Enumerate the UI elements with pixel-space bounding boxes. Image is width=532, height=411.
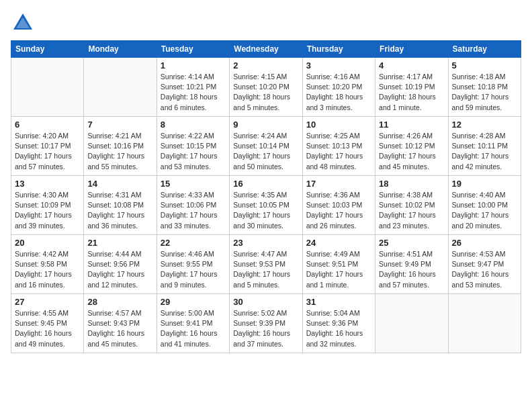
calendar-day: 23Sunrise: 4:47 AM Sunset: 9:53 PM Dayli… <box>230 235 302 294</box>
day-detail: Sunrise: 4:20 AM Sunset: 10:17 PM Daylig… <box>15 131 80 172</box>
day-number: 5 <box>452 60 517 71</box>
day-number: 3 <box>306 60 371 71</box>
calendar-day: 7Sunrise: 4:21 AM Sunset: 10:16 PM Dayli… <box>84 117 157 176</box>
calendar-day: 3Sunrise: 4:16 AM Sunset: 10:20 PM Dayli… <box>302 58 375 117</box>
weekday-header-thursday: Thursday <box>302 41 375 58</box>
calendar-day: 18Sunrise: 4:38 AM Sunset: 10:02 PM Dayl… <box>375 176 448 235</box>
calendar-day: 21Sunrise: 4:44 AM Sunset: 9:56 PM Dayli… <box>84 235 157 294</box>
day-number: 24 <box>306 238 371 248</box>
logo <box>11 11 38 35</box>
calendar-day: 1Sunrise: 4:14 AM Sunset: 10:21 PM Dayli… <box>157 58 229 117</box>
page-header <box>11 11 521 35</box>
day-detail: Sunrise: 4:57 AM Sunset: 9:43 PM Dayligh… <box>87 308 152 349</box>
day-number: 10 <box>306 120 371 130</box>
calendar-day: 31Sunrise: 5:04 AM Sunset: 9:36 PM Dayli… <box>302 294 375 353</box>
day-detail: Sunrise: 4:49 AM Sunset: 9:51 PM Dayligh… <box>306 249 371 290</box>
day-number: 25 <box>379 238 444 248</box>
logo-icon <box>11 11 35 35</box>
calendar-day <box>448 294 521 353</box>
day-detail: Sunrise: 4:42 AM Sunset: 9:58 PM Dayligh… <box>15 249 80 290</box>
day-detail: Sunrise: 4:31 AM Sunset: 10:08 PM Daylig… <box>87 190 152 231</box>
day-detail: Sunrise: 4:26 AM Sunset: 10:12 PM Daylig… <box>379 131 444 172</box>
calendar-day: 8Sunrise: 4:22 AM Sunset: 10:15 PM Dayli… <box>157 117 229 176</box>
calendar-day: 6Sunrise: 4:20 AM Sunset: 10:17 PM Dayli… <box>11 117 84 176</box>
day-number: 12 <box>452 120 517 130</box>
calendar-day: 10Sunrise: 4:25 AM Sunset: 10:13 PM Dayl… <box>302 117 375 176</box>
day-number: 29 <box>161 297 226 307</box>
day-number: 13 <box>15 179 80 189</box>
weekday-header-tuesday: Tuesday <box>157 41 229 58</box>
weekday-header-sunday: Sunday <box>11 41 84 58</box>
calendar-day: 22Sunrise: 4:46 AM Sunset: 9:55 PM Dayli… <box>157 235 229 294</box>
calendar-week-1: 1Sunrise: 4:14 AM Sunset: 10:21 PM Dayli… <box>11 58 521 117</box>
calendar-day: 24Sunrise: 4:49 AM Sunset: 9:51 PM Dayli… <box>302 235 375 294</box>
calendar-day: 17Sunrise: 4:36 AM Sunset: 10:03 PM Dayl… <box>302 176 375 235</box>
day-number: 14 <box>87 179 152 189</box>
calendar-day: 5Sunrise: 4:18 AM Sunset: 10:18 PM Dayli… <box>448 58 521 117</box>
day-detail: Sunrise: 5:02 AM Sunset: 9:39 PM Dayligh… <box>233 308 298 349</box>
day-number: 4 <box>379 60 444 71</box>
calendar-day: 2Sunrise: 4:15 AM Sunset: 10:20 PM Dayli… <box>230 58 302 117</box>
day-detail: Sunrise: 4:15 AM Sunset: 10:20 PM Daylig… <box>233 72 298 113</box>
calendar-day: 19Sunrise: 4:40 AM Sunset: 10:00 PM Dayl… <box>448 176 521 235</box>
day-detail: Sunrise: 4:51 AM Sunset: 9:49 PM Dayligh… <box>379 249 444 290</box>
day-detail: Sunrise: 4:21 AM Sunset: 10:16 PM Daylig… <box>87 131 152 172</box>
day-detail: Sunrise: 4:33 AM Sunset: 10:06 PM Daylig… <box>161 190 226 231</box>
calendar-week-4: 20Sunrise: 4:42 AM Sunset: 9:58 PM Dayli… <box>11 235 521 294</box>
day-number: 28 <box>87 297 152 307</box>
calendar-day: 11Sunrise: 4:26 AM Sunset: 10:12 PM Dayl… <box>375 117 448 176</box>
day-detail: Sunrise: 4:17 AM Sunset: 10:19 PM Daylig… <box>379 72 444 113</box>
day-number: 20 <box>15 238 80 248</box>
day-number: 30 <box>233 297 298 307</box>
day-detail: Sunrise: 4:44 AM Sunset: 9:56 PM Dayligh… <box>87 249 152 290</box>
weekday-header-saturday: Saturday <box>448 41 521 58</box>
day-detail: Sunrise: 4:36 AM Sunset: 10:03 PM Daylig… <box>306 190 371 231</box>
weekday-header-row: SundayMondayTuesdayWednesdayThursdayFrid… <box>11 41 521 58</box>
day-number: 16 <box>233 179 298 189</box>
calendar-day <box>84 58 157 117</box>
day-detail: Sunrise: 4:25 AM Sunset: 10:13 PM Daylig… <box>306 131 371 172</box>
calendar-day: 29Sunrise: 5:00 AM Sunset: 9:41 PM Dayli… <box>157 294 229 353</box>
calendar-day: 20Sunrise: 4:42 AM Sunset: 9:58 PM Dayli… <box>11 235 84 294</box>
day-number: 21 <box>87 238 152 248</box>
calendar-week-5: 27Sunrise: 4:55 AM Sunset: 9:45 PM Dayli… <box>11 294 521 353</box>
day-number: 18 <box>379 179 444 189</box>
day-detail: Sunrise: 4:46 AM Sunset: 9:55 PM Dayligh… <box>161 249 226 290</box>
day-number: 11 <box>379 120 444 130</box>
day-number: 7 <box>87 120 152 130</box>
day-detail: Sunrise: 4:53 AM Sunset: 9:47 PM Dayligh… <box>452 249 517 290</box>
day-detail: Sunrise: 4:55 AM Sunset: 9:45 PM Dayligh… <box>15 308 80 349</box>
calendar-day: 12Sunrise: 4:28 AM Sunset: 10:11 PM Dayl… <box>448 117 521 176</box>
day-detail: Sunrise: 4:24 AM Sunset: 10:14 PM Daylig… <box>233 131 298 172</box>
day-number: 17 <box>306 179 371 189</box>
day-number: 8 <box>161 120 226 130</box>
calendar-day: 28Sunrise: 4:57 AM Sunset: 9:43 PM Dayli… <box>84 294 157 353</box>
day-detail: Sunrise: 4:38 AM Sunset: 10:02 PM Daylig… <box>379 190 444 231</box>
calendar-day: 13Sunrise: 4:30 AM Sunset: 10:09 PM Dayl… <box>11 176 84 235</box>
calendar-day: 16Sunrise: 4:35 AM Sunset: 10:05 PM Dayl… <box>230 176 302 235</box>
day-detail: Sunrise: 4:35 AM Sunset: 10:05 PM Daylig… <box>233 190 298 231</box>
day-detail: Sunrise: 5:00 AM Sunset: 9:41 PM Dayligh… <box>161 308 226 349</box>
calendar-day: 15Sunrise: 4:33 AM Sunset: 10:06 PM Dayl… <box>157 176 229 235</box>
day-detail: Sunrise: 5:04 AM Sunset: 9:36 PM Dayligh… <box>306 308 371 349</box>
calendar-day: 14Sunrise: 4:31 AM Sunset: 10:08 PM Dayl… <box>84 176 157 235</box>
calendar-day: 25Sunrise: 4:51 AM Sunset: 9:49 PM Dayli… <box>375 235 448 294</box>
calendar-day: 27Sunrise: 4:55 AM Sunset: 9:45 PM Dayli… <box>11 294 84 353</box>
day-number: 19 <box>452 179 517 189</box>
day-number: 23 <box>233 238 298 248</box>
day-detail: Sunrise: 4:22 AM Sunset: 10:15 PM Daylig… <box>161 131 226 172</box>
weekday-header-wednesday: Wednesday <box>230 41 302 58</box>
day-detail: Sunrise: 4:16 AM Sunset: 10:20 PM Daylig… <box>306 72 371 113</box>
calendar-day: 30Sunrise: 5:02 AM Sunset: 9:39 PM Dayli… <box>230 294 302 353</box>
day-detail: Sunrise: 4:47 AM Sunset: 9:53 PM Dayligh… <box>233 249 298 290</box>
calendar-week-2: 6Sunrise: 4:20 AM Sunset: 10:17 PM Dayli… <box>11 117 521 176</box>
day-number: 6 <box>15 120 80 130</box>
calendar-day: 26Sunrise: 4:53 AM Sunset: 9:47 PM Dayli… <box>448 235 521 294</box>
calendar-day: 9Sunrise: 4:24 AM Sunset: 10:14 PM Dayli… <box>230 117 302 176</box>
day-detail: Sunrise: 4:40 AM Sunset: 10:00 PM Daylig… <box>452 190 517 231</box>
day-number: 9 <box>233 120 298 130</box>
day-number: 22 <box>161 238 226 248</box>
day-number: 31 <box>306 297 371 307</box>
day-detail: Sunrise: 4:30 AM Sunset: 10:09 PM Daylig… <box>15 190 80 231</box>
calendar-table: SundayMondayTuesdayWednesdayThursdayFrid… <box>11 40 521 353</box>
